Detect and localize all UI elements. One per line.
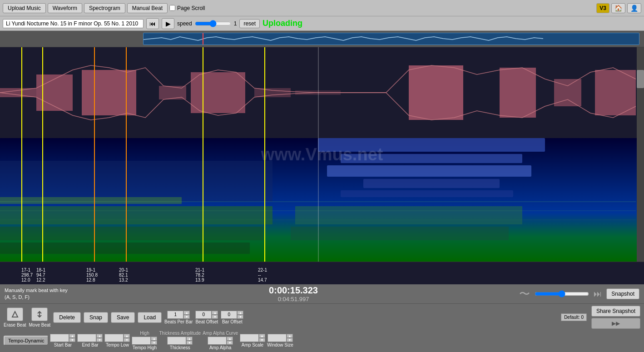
save-button[interactable]: Save (111, 312, 135, 323)
move-beat-button[interactable] (31, 307, 48, 321)
svg-rect-15 (341, 154, 522, 163)
svg-rect-20 (295, 206, 522, 224)
window-size-input[interactable] (268, 334, 287, 342)
tempo-high-down[interactable]: ▼ (151, 341, 157, 345)
beats-per-bar-up[interactable]: ▲ (183, 311, 190, 315)
home-button[interactable]: 🏠 (611, 3, 625, 13)
window-size-label: Window Size (267, 342, 293, 347)
waveform-button[interactable]: Waveform (48, 3, 82, 13)
upload-music-button[interactable]: Upload Music (3, 3, 46, 13)
thickness-up[interactable]: ▲ (186, 337, 193, 341)
time-total: 0:04:51.997 (269, 296, 318, 302)
delete-button[interactable]: Delete (53, 312, 81, 323)
manual-beat-text: Manually mark beat with key (A, S, D, F) (5, 287, 68, 301)
move-beat-label: Move Beat (29, 322, 50, 327)
end-bar-up[interactable]: ▲ (96, 334, 103, 338)
amp-alpha-input[interactable] (208, 337, 227, 345)
tempo-high-input[interactable] (132, 337, 151, 345)
main-scrollbar[interactable] (637, 47, 644, 262)
tempo-dynamic-button[interactable]: Tempo-Dynamic (4, 336, 48, 345)
beat-offset-input[interactable] (195, 311, 212, 319)
svg-rect-9 (409, 65, 463, 120)
svg-rect-3 (36, 74, 73, 111)
amp-scale-down[interactable]: ▼ (259, 338, 265, 342)
amp-alpha-up[interactable]: ▲ (227, 337, 233, 341)
end-bar-group: ▲ ▼ End Bar (77, 334, 103, 347)
thickness-input[interactable] (167, 337, 186, 345)
tempo-low-down[interactable]: ▼ (124, 338, 130, 342)
top-toolbar: Upload Music Waveform Spectrogram Manual… (0, 0, 644, 16)
window-size-up[interactable]: ▲ (287, 334, 293, 338)
bar-offset-input[interactable] (221, 311, 237, 319)
bar-offset-group: ▲ ▼ Bar Offset (221, 311, 243, 324)
beat-labels-row: 17-1 298.7 12.0 18-1 94.7 12.2 19-1 150.… (0, 262, 644, 284)
beat-offset-label: Beat Offset (195, 319, 218, 324)
share-snapshot-button[interactable]: Share Snapshot (591, 306, 640, 317)
snap-button[interactable]: Snap (84, 312, 108, 323)
amp-scale-up[interactable]: ▲ (259, 334, 265, 338)
amp-scale-input[interactable] (240, 334, 259, 342)
beats-per-bar-input[interactable] (167, 311, 183, 319)
amp-alpha-group: Amp Alpha Curve ▲ ▼ Amp Alpha (203, 331, 238, 350)
bar-offset-down[interactable]: ▼ (237, 315, 243, 319)
version-button[interactable]: V3 (596, 3, 609, 13)
thickness-down[interactable]: ▼ (186, 341, 193, 345)
beat-offset-up[interactable]: ▲ (212, 311, 218, 315)
beats-per-bar-down[interactable]: ▼ (183, 315, 190, 319)
tempo-low-up[interactable]: ▲ (124, 334, 130, 338)
amp-scale-label: Amp Scale (242, 342, 263, 347)
manual-beat-button[interactable]: Manual Beat (127, 3, 168, 13)
end-bar-down[interactable]: ▼ (96, 338, 103, 342)
svg-rect-14 (318, 138, 545, 152)
beat-label-20: 20-1 82.1 13.2 (119, 268, 128, 283)
section-divider (318, 47, 319, 262)
beat-label-18: 18-1 94.7 12.2 (36, 268, 45, 283)
svg-rect-0 (144, 33, 639, 45)
start-bar-input[interactable] (50, 334, 69, 342)
mini-waveform-inner (143, 33, 639, 45)
window-size-group: ▲ ▼ Window Size (267, 334, 293, 347)
play-button[interactable]: ▶ (162, 18, 174, 29)
start-bar-down[interactable]: ▼ (69, 338, 75, 342)
beat-offset-down[interactable]: ▼ (212, 315, 218, 319)
load-button[interactable]: Load (138, 312, 162, 323)
end-bar-input[interactable] (77, 334, 96, 342)
bottom-controls-row1: Erase Beat Move Beat Delete Snap Save Lo… (4, 306, 640, 329)
uploading-status: Uploading (263, 19, 302, 28)
speed-slider[interactable] (195, 20, 231, 27)
window-size-down[interactable]: ▼ (287, 338, 293, 342)
end-bar-label: End Bar (82, 342, 98, 347)
erase-beat-button[interactable] (7, 307, 23, 321)
mini-waveform[interactable] (0, 31, 644, 47)
status-bar: Manually mark beat with key (A, S, D, F)… (0, 284, 644, 303)
player-controls-row: ⏮ ▶ speed 1 reset Uploading (0, 16, 644, 31)
move-icon (35, 310, 44, 319)
page-scroll-checkbox[interactable] (169, 5, 175, 11)
prev-button[interactable]: ⏮ (146, 18, 159, 29)
beat-label-21: 21-1 78.2 13.9 (195, 268, 204, 283)
reset-button[interactable]: reset (239, 19, 260, 28)
start-bar-up[interactable]: ▲ (69, 334, 75, 338)
tempo-high-up[interactable]: ▲ (151, 337, 157, 341)
spectrogram-button[interactable]: Spectrogram (84, 3, 125, 13)
track-name-input[interactable] (3, 19, 144, 28)
speed-label: speed (177, 20, 192, 27)
speed-value: 1 (234, 20, 237, 27)
svg-rect-12 (595, 70, 636, 115)
bar-offset-up[interactable]: ▲ (237, 311, 243, 315)
thickness-group: Thickness Amplitude ▲ ▼ Thickness (159, 331, 201, 350)
svg-marker-29 (12, 312, 18, 317)
snapshot-button[interactable]: Snapshot (606, 288, 639, 299)
beat-offset-group: ▲ ▼ Beat Offset (195, 311, 218, 324)
thickness-label: Thickness (170, 345, 190, 350)
start-bar-label: Start Bar (54, 342, 72, 347)
disabled-button: ▶▶ (591, 318, 640, 329)
tempo-low-group: ▲ ▼ Tempo Low (104, 334, 130, 347)
amp-alpha-down[interactable]: ▼ (227, 341, 233, 345)
svg-rect-10 (500, 68, 536, 118)
volume-slider[interactable] (535, 290, 589, 297)
tempo-high-group: High ▲ ▼ Tempo High (132, 331, 157, 350)
tempo-low-input[interactable] (104, 334, 124, 342)
user-button[interactable]: 👤 (627, 3, 641, 13)
main-visualizer[interactable]: www.Vmus.net (0, 47, 644, 262)
